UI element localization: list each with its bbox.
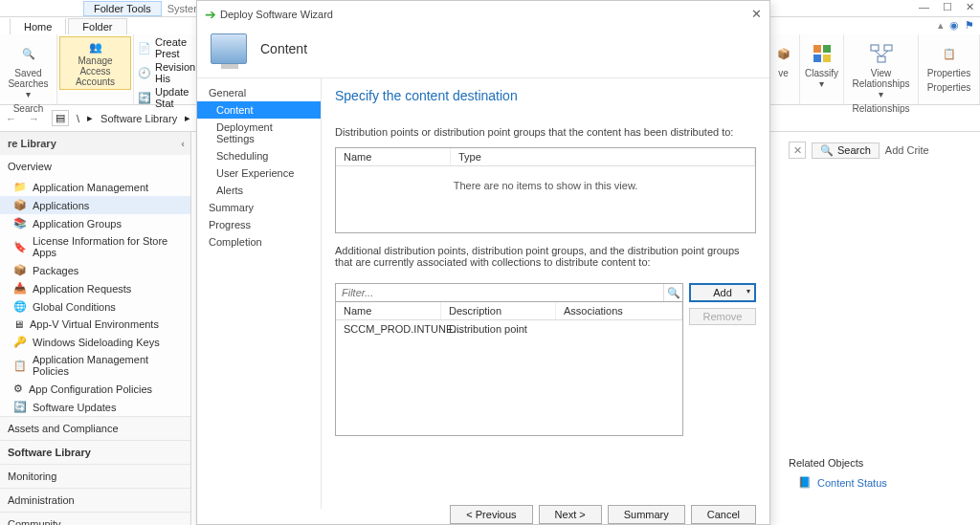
dropdown-icon[interactable]: ▴ [938,19,944,32]
svg-rect-0 [813,45,821,53]
dpcol-desc[interactable]: Description [441,302,556,319]
summary-button[interactable]: Summary [608,505,685,524]
nav-app-groups[interactable]: 📚Application Groups [0,214,190,232]
nav-cat-community[interactable]: Community [0,512,190,525]
related-objects-panel: Related Objects 📘Content Status [789,457,961,489]
nav-app-config-policies[interactable]: ⚙App Configuration Policies [0,380,190,398]
wizard-heading: Specify the content destination [335,88,756,103]
search-icon: 🔍 [15,40,42,67]
wizard-desc1: Distribution points or distribution poin… [335,126,756,138]
wiznav-scheduling[interactable]: Scheduling [197,147,321,164]
col-type[interactable]: Type [451,148,755,165]
create-prestaged-button[interactable]: 📄Create Prest [138,36,197,59]
nav-packages[interactable]: 📦Packages [0,261,190,279]
nav-software-updates[interactable]: 🔄Software Updates [0,398,190,416]
nav-applications[interactable]: 📦Applications [0,196,190,214]
nav-cat-assets[interactable]: Assets and Compliance [0,416,190,440]
next-button[interactable]: Next > [539,505,602,524]
dpcol-assoc[interactable]: Associations [556,302,682,319]
svg-rect-5 [884,45,892,51]
nav-app-mgmt-policies[interactable]: 📋Application Management Policies [0,351,190,380]
move-icon: 📦 [770,40,797,67]
policy-icon: 📋 [13,360,27,372]
dp-row-name: SCCM_PROD.INTUNE… [336,320,441,338]
svg-rect-2 [813,55,821,62]
relationships-icon [868,40,895,67]
tab-folder[interactable]: Folder [68,18,126,34]
add-button[interactable]: Add [689,283,756,302]
manage-access-accounts-button[interactable]: 👥 Manage Access Accounts [59,36,131,90]
crumb-library[interactable]: Software Library [100,113,177,124]
folder-tools-tab[interactable]: Folder Tools [83,1,162,16]
dpcol-name[interactable]: Name [336,302,441,319]
ve-button[interactable]: 📦 ve [767,38,801,80]
cancel-button[interactable]: Cancel [691,505,756,524]
filter-box: 🔍 [335,283,683,302]
nav-cat-administration[interactable]: Administration [0,488,190,512]
content-icon: 📘 [798,476,812,489]
nav-up-icon[interactable]: ▤ [52,110,69,126]
help-icon[interactable]: ◉ [949,19,959,32]
wiznav-content[interactable]: Content [197,101,321,119]
filter-search-icon[interactable]: 🔍 [663,284,682,301]
view-relationships-button[interactable]: View Relationships ▾ [848,38,913,101]
wiznav-user-experience[interactable]: User Experience [197,164,321,182]
nav-sideloading[interactable]: 🔑Windows Sideloading Keys [0,333,190,351]
filter-input[interactable] [336,284,663,301]
update-icon: 🔄 [13,401,27,413]
related-header: Related Objects [789,457,961,469]
ribbon-group-properties: Properties [927,82,971,93]
revision-history-button[interactable]: 🕘Revision His [138,61,197,84]
nav-appv[interactable]: 🖥App-V Virtual Environments [0,316,190,333]
nav-overview[interactable]: Overview [0,155,190,178]
col-name[interactable]: Name [336,148,451,165]
svg-rect-3 [823,55,831,62]
classify-button[interactable]: Classify ▾ [801,38,842,91]
clear-search-icon[interactable]: ✕ [789,142,806,159]
wizard-nav: General Content Deployment Settings Sche… [197,78,322,509]
properties-icon: 📋 [936,40,963,67]
tab-home[interactable]: Home [10,17,66,34]
collapse-icon[interactable]: ‹ [181,138,185,149]
nav-app-requests[interactable]: 📥Application Requests [0,279,190,297]
svg-line-8 [881,51,888,56]
accounts-icon: 👥 [82,39,109,55]
close-icon[interactable]: ✕ [966,1,974,13]
previous-button[interactable]: < Previous [450,505,532,524]
nav-cat-monitoring[interactable]: Monitoring [0,464,190,488]
saved-searches-button[interactable]: 🔍 Saved Searches ▾ [4,38,52,101]
flag-icon[interactable]: ⚑ [965,19,974,32]
history-icon: 🕘 [138,65,151,80]
wiznav-alerts[interactable]: Alerts [197,182,321,199]
nav-cat-software-library[interactable]: Software Library [0,440,190,464]
wiznav-progress[interactable]: Progress [197,216,321,233]
distributed-list[interactable]: Name Type There are no items to show in … [335,147,756,233]
minimize-icon[interactable]: — [919,1,929,13]
add-criteria-link[interactable]: Add Crite [885,144,929,156]
nav-app-management[interactable]: 📁Application Management [0,178,190,196]
nav-global-conditions[interactable]: 🌐Global Conditions [0,297,190,316]
nav-fwd-icon[interactable]: → [29,113,44,124]
maximize-icon[interactable]: ☐ [943,1,952,13]
svg-line-7 [875,51,881,56]
search-button[interactable]: 🔍Search [812,142,880,159]
wiznav-summary[interactable]: Summary [197,199,321,216]
nav-back-icon[interactable]: ← [6,113,21,124]
wizard-close-icon[interactable]: ✕ [751,7,762,21]
wiznav-deployment-settings[interactable]: Deployment Settings [197,119,321,147]
crumb-root[interactable]: \ [77,113,79,124]
nav-license-info[interactable]: 🔖License Information for Store Apps [0,232,190,261]
wiznav-general[interactable]: General [197,84,321,101]
group-icon: 📚 [13,217,27,230]
dp-row[interactable]: SCCM_PROD.INTUNE… Distribution point [336,320,682,338]
ribbon-tabs: Home Folder [0,17,129,34]
wizard-step-header: Content [260,41,307,56]
right-column: ✕ 🔍Search Add Crite Related Objects 📘Con… [789,142,980,525]
wizard-arrow-icon: ➔ [205,7,216,22]
properties-button[interactable]: 📋 Properties [924,38,975,80]
wiznav-completion[interactable]: Completion [197,233,321,251]
additional-dp-table[interactable]: Name Description Associations SCCM_PROD.… [335,302,683,436]
related-content-status[interactable]: 📘Content Status [789,476,961,489]
wizard-header-icon [211,33,247,64]
folder-icon: 📁 [13,181,27,193]
